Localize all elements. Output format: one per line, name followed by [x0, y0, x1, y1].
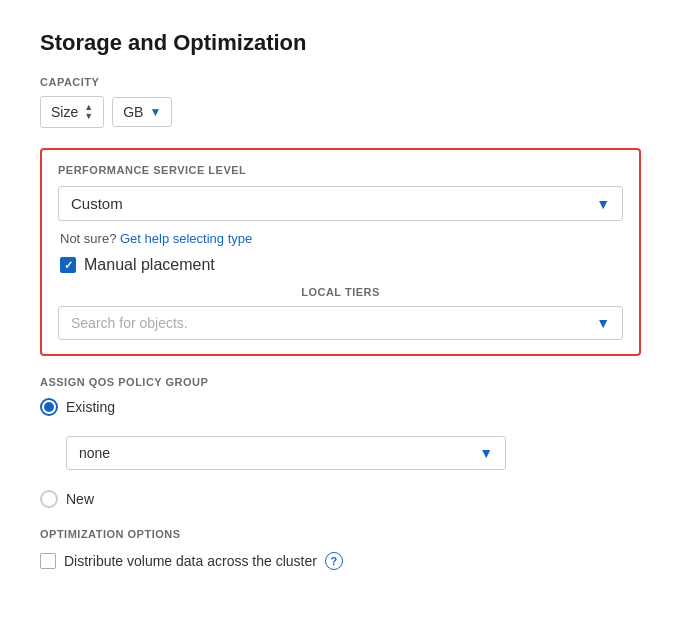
size-text: Size	[51, 104, 78, 120]
qos-label: ASSIGN QOS POLICY GROUP	[40, 376, 641, 388]
qos-section: ASSIGN QOS POLICY GROUP Existing none ▼ …	[40, 376, 641, 508]
performance-label: PERFORMANCE SERVICE LEVEL	[58, 164, 623, 176]
qos-none-dropdown[interactable]: none ▼	[66, 436, 506, 470]
manual-placement-label: Manual placement	[84, 256, 215, 274]
local-tiers-label: LOCAL TIERS	[58, 286, 623, 298]
qos-none-chevron-icon: ▼	[479, 445, 493, 461]
qos-new-label: New	[66, 491, 94, 507]
manual-placement-checkbox[interactable]	[60, 257, 76, 273]
performance-selected-value: Custom	[71, 195, 123, 212]
performance-service-level-box: PERFORMANCE SERVICE LEVEL Custom ▼ Not s…	[40, 148, 641, 356]
qos-radio-group: Existing none ▼ New	[40, 398, 641, 508]
not-sure-row: Not sure? Get help selecting type	[60, 231, 623, 246]
capacity-row: Size ▲▼ GB ▼	[40, 96, 641, 128]
size-arrows[interactable]: ▲▼	[84, 103, 93, 121]
optimization-distribute-row: Distribute volume data across the cluste…	[40, 552, 641, 570]
qos-existing-radio[interactable]	[40, 398, 58, 416]
unit-value: GB	[123, 104, 143, 120]
unit-select[interactable]: GB ▼	[112, 97, 172, 127]
not-sure-text: Not sure?	[60, 231, 116, 246]
qos-existing-radio-row[interactable]: Existing	[40, 398, 641, 416]
qos-none-value: none	[79, 445, 110, 461]
distribute-checkbox[interactable]	[40, 553, 56, 569]
distribute-label: Distribute volume data across the cluste…	[64, 553, 317, 569]
qos-none-dropdown-wrapper: none ▼	[66, 436, 641, 470]
help-link[interactable]: Get help selecting type	[120, 231, 252, 246]
search-placeholder-text: Search for objects.	[71, 315, 188, 331]
optimization-label: OPTIMIZATION OPTIONS	[40, 528, 641, 540]
unit-chevron-icon: ▼	[149, 105, 161, 119]
capacity-label: CAPACITY	[40, 76, 641, 88]
size-input[interactable]: Size ▲▼	[40, 96, 104, 128]
page-title: Storage and Optimization	[40, 30, 641, 56]
local-tiers-chevron-icon: ▼	[596, 315, 610, 331]
qos-existing-radio-inner	[44, 402, 54, 412]
qos-new-radio[interactable]	[40, 490, 58, 508]
performance-chevron-icon: ▼	[596, 196, 610, 212]
distribute-help-icon[interactable]: ?	[325, 552, 343, 570]
performance-dropdown[interactable]: Custom ▼	[58, 186, 623, 221]
optimization-section: OPTIMIZATION OPTIONS Distribute volume d…	[40, 528, 641, 570]
qos-existing-label: Existing	[66, 399, 115, 415]
local-tiers-search-dropdown[interactable]: Search for objects. ▼	[58, 306, 623, 340]
qos-new-radio-row[interactable]: New	[40, 490, 641, 508]
performance-dropdown-row: Custom ▼	[58, 186, 623, 221]
manual-placement-row: Manual placement	[60, 256, 623, 274]
